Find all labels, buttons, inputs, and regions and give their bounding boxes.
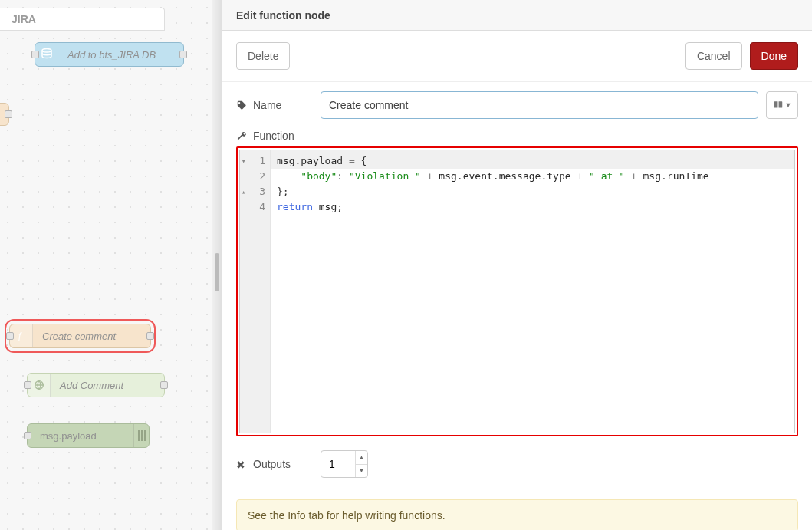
info-hint: See the Info tab for help writing functi… <box>236 499 798 530</box>
debug-toggle-icon[interactable] <box>133 424 149 447</box>
function-label: Function <box>253 130 294 142</box>
panel-resize-handle[interactable] <box>215 253 219 291</box>
node-http[interactable]: Add Comment <box>27 373 165 397</box>
name-input[interactable] <box>321 91 758 119</box>
library-button[interactable]: ▼ <box>766 91 798 119</box>
outputs-label: Outputs <box>253 458 291 470</box>
flow-canvas[interactable]: JIRA Add to bts_JIRA DB f Create comment… <box>0 0 222 530</box>
spinner-down-icon[interactable]: ▼ <box>356 465 367 478</box>
node-port[interactable] <box>24 432 31 439</box>
node-partial[interactable] <box>0 103 9 126</box>
node-db[interactable]: Add to bts_JIRA DB <box>35 42 184 67</box>
node-db-label: Add to bts_JIRA DB <box>58 49 165 61</box>
node-function-selected[interactable]: f Create comment <box>9 324 151 348</box>
name-row: Name ▼ <box>236 91 798 119</box>
node-fn-label: Create comment <box>33 331 125 342</box>
workspace-tab[interactable]: JIRA <box>0 8 165 31</box>
panel-title: Edit function node <box>222 0 812 31</box>
delete-button[interactable]: Delete <box>236 42 290 70</box>
node-port[interactable] <box>146 332 154 340</box>
spinner-up-icon[interactable]: ▲ <box>356 451 367 465</box>
node-port[interactable] <box>6 332 14 340</box>
node-port[interactable] <box>24 381 31 389</box>
node-port[interactable] <box>160 381 168 389</box>
outputs-spinner[interactable]: ▲ ▼ <box>355 451 367 477</box>
wrench-icon <box>236 130 247 141</box>
function-highlight: 1▾23▴4 msg.payload = { "body": "Violatio… <box>236 146 798 436</box>
node-debug-label: msg.payload <box>28 430 106 442</box>
node-port[interactable] <box>5 110 12 118</box>
edit-panel: Edit function node Delete Cancel Done Na… <box>222 0 812 530</box>
editor-code[interactable]: msg.payload = { "body": "Violation " + m… <box>271 150 794 433</box>
cancel-button[interactable]: Cancel <box>685 42 742 70</box>
outputs-row: ✖ Outputs ▲ ▼ <box>236 450 798 478</box>
node-http-label: Add Comment <box>51 380 133 391</box>
editor-gutter: 1▾23▴4 <box>240 150 271 433</box>
svg-point-0 <box>42 49 51 53</box>
panel-actions: Delete Cancel Done <box>222 31 812 82</box>
tag-icon <box>236 100 247 110</box>
code-editor[interactable]: 1▾23▴4 msg.payload = { "body": "Violatio… <box>239 150 795 433</box>
node-port[interactable] <box>179 51 187 58</box>
shuffle-icon: ✖ <box>236 459 247 469</box>
name-label: Name <box>253 99 281 111</box>
book-icon <box>773 100 784 110</box>
node-debug[interactable]: msg.payload <box>27 423 150 448</box>
node-port[interactable] <box>31 51 39 58</box>
caret-down-icon: ▼ <box>785 101 792 109</box>
svg-text:f: f <box>18 331 22 341</box>
done-button[interactable]: Done <box>750 42 798 70</box>
